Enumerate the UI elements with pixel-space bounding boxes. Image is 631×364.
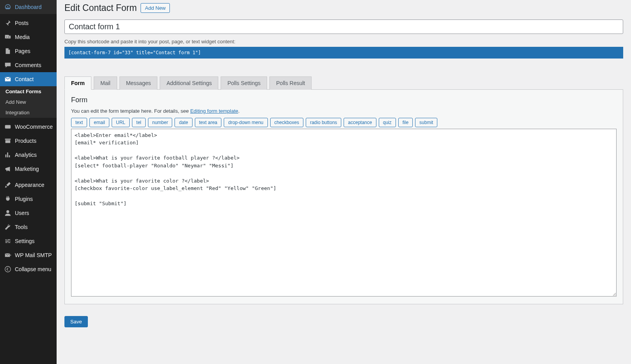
form-title-input[interactable]: [64, 20, 623, 34]
tag-number-button[interactable]: number: [148, 118, 173, 127]
tab-additional-settings[interactable]: Additional Settings: [160, 76, 218, 90]
sidebar-item-label: WP Mail SMTP: [15, 252, 52, 258]
page-title: Edit Contact Form: [64, 2, 137, 14]
tag-email-button[interactable]: email: [89, 118, 109, 127]
shortcode-display[interactable]: [contact-form-7 id="33" title="Contact f…: [64, 47, 623, 59]
svg-point-3: [5, 266, 11, 272]
tab-mail[interactable]: Mail: [94, 76, 117, 90]
tag-acceptance-button[interactable]: acceptance: [344, 118, 376, 127]
sidebar-item-marketing[interactable]: Marketing: [0, 162, 57, 176]
sidebar-item-pages[interactable]: Pages: [0, 44, 57, 58]
sidebar-item-woocommerce[interactable]: WooCommerce: [0, 120, 57, 134]
megaphone-icon: [4, 165, 12, 173]
editing-template-link[interactable]: Editing form template: [190, 108, 238, 114]
editor-tabs: Form Mail Messages Additional Settings P…: [64, 76, 623, 90]
sidebar-item-users[interactable]: Users: [0, 206, 57, 220]
sidebar-item-media[interactable]: Media: [0, 30, 57, 44]
tag-dropdown-button[interactable]: drop-down menu: [224, 118, 267, 127]
chart-icon: [4, 151, 12, 159]
sidebar-item-wp-mail-smtp[interactable]: WP Mail SMTP: [0, 248, 57, 262]
main-content: Edit Contact Form Add New Copy this shor…: [57, 0, 631, 364]
tab-polls-result[interactable]: Polls Result: [269, 76, 312, 90]
contact-submenu: Contact Forms Add New Integration: [0, 86, 57, 118]
sidebar-item-label: Products: [15, 138, 36, 144]
brush-icon: [4, 181, 12, 189]
media-icon: [4, 33, 12, 41]
form-code-textarea[interactable]: [71, 129, 617, 297]
tag-file-button[interactable]: file: [398, 118, 413, 127]
tag-textarea-button[interactable]: text area: [195, 118, 222, 127]
gauge-icon: [4, 3, 12, 11]
sidebar-item-label: Comments: [15, 62, 41, 68]
sidebar-item-label: Pages: [15, 48, 30, 54]
add-new-button[interactable]: Add New: [141, 3, 170, 13]
tag-generator-buttons: text email URL tel number date text area…: [71, 118, 617, 127]
sidebar-item-label: Settings: [15, 238, 35, 244]
tab-polls-settings[interactable]: Polls Settings: [221, 76, 267, 90]
sidebar-item-dashboard[interactable]: Dashboard: [0, 0, 57, 14]
user-icon: [4, 209, 12, 217]
mail-send-icon: [4, 251, 12, 259]
svg-rect-1: [5, 125, 11, 129]
tag-submit-button[interactable]: submit: [415, 118, 437, 127]
tag-radio-button[interactable]: radio buttons: [306, 118, 341, 127]
shortcode-hint: Copy this shortcode and paste it into yo…: [64, 39, 623, 44]
plug-icon: [4, 195, 12, 203]
pin-icon: [4, 19, 12, 27]
page-icon: [4, 47, 12, 55]
sidebar-item-label: Plugins: [15, 196, 33, 202]
tab-messages[interactable]: Messages: [119, 76, 158, 90]
sidebar-item-label: Posts: [15, 20, 29, 26]
envelope-icon: [4, 75, 12, 83]
page-header: Edit Contact Form Add New: [64, 0, 623, 14]
tag-checkboxes-button[interactable]: checkboxes: [270, 118, 303, 127]
sidebar-item-analytics[interactable]: Analytics: [0, 148, 57, 162]
submenu-item-contact-forms[interactable]: Contact Forms: [0, 86, 57, 97]
admin-sidebar: Dashboard Posts Media Pages Comments Con…: [0, 0, 57, 364]
panel-hint: You can edit the form template here. For…: [71, 108, 617, 114]
sidebar-item-plugins[interactable]: Plugins: [0, 192, 57, 206]
tag-tel-button[interactable]: tel: [132, 118, 146, 127]
panel-title: Form: [71, 96, 617, 104]
tag-url-button[interactable]: URL: [112, 118, 130, 127]
sidebar-item-collapse[interactable]: Collapse menu: [0, 262, 57, 276]
sidebar-item-label: Marketing: [15, 166, 39, 172]
sidebar-item-label: WooCommerce: [15, 124, 53, 130]
sidebar-item-label: Dashboard: [15, 4, 42, 10]
sidebar-item-label: Analytics: [15, 152, 37, 158]
sliders-icon: [4, 237, 12, 245]
tag-text-button[interactable]: text: [71, 118, 87, 127]
sidebar-item-label: Media: [15, 34, 30, 40]
sidebar-item-label: Contact: [15, 76, 34, 82]
sidebar-item-label: Appearance: [15, 182, 45, 188]
sidebar-item-label: Tools: [15, 224, 28, 230]
tab-form[interactable]: Form: [64, 76, 91, 90]
woo-icon: [4, 123, 12, 131]
panel-hint-text: You can edit the form template here. For…: [71, 108, 190, 114]
sidebar-item-label: Collapse menu: [15, 266, 51, 272]
panel-hint-after: .: [238, 108, 240, 114]
submenu-item-integration[interactable]: Integration: [0, 107, 57, 118]
wrench-icon: [4, 223, 12, 231]
save-button[interactable]: Save: [64, 316, 88, 327]
tag-date-button[interactable]: date: [175, 118, 192, 127]
sidebar-item-contact[interactable]: Contact: [0, 72, 57, 86]
sidebar-item-products[interactable]: Products: [0, 134, 57, 148]
sidebar-item-settings[interactable]: Settings: [0, 234, 57, 248]
submenu-item-add-new[interactable]: Add New: [0, 97, 57, 107]
collapse-icon: [4, 265, 12, 273]
svg-point-2: [6, 210, 9, 213]
tag-quiz-button[interactable]: quiz: [379, 118, 396, 127]
sidebar-item-label: Users: [15, 210, 29, 216]
sidebar-item-comments[interactable]: Comments: [0, 58, 57, 72]
archive-icon: [4, 137, 12, 145]
sidebar-item-appearance[interactable]: Appearance: [0, 178, 57, 192]
sidebar-item-tools[interactable]: Tools: [0, 220, 57, 234]
comment-icon: [4, 61, 12, 69]
form-panel: Form You can edit the form template here…: [64, 89, 623, 304]
sidebar-item-posts[interactable]: Posts: [0, 16, 57, 30]
svg-point-0: [6, 37, 7, 37]
